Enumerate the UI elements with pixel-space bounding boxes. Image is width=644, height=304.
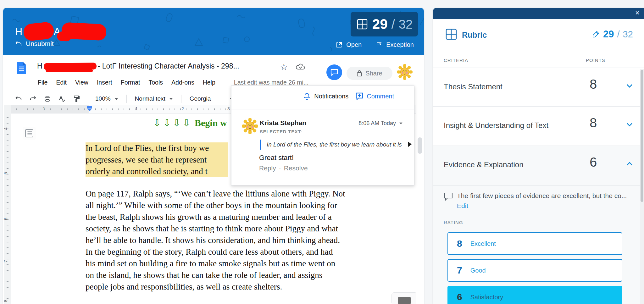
criteria-header: CRITERIA	[444, 58, 468, 63]
green-heading-text: Begin w	[195, 118, 227, 128]
rubric-row-thesis-statement[interactable]: Thesis Statement 8	[433, 68, 644, 106]
sunflower-avatar-icon	[242, 118, 258, 134]
commenter-avatar	[242, 118, 258, 134]
unsubmit-label: Unsubmit	[26, 40, 54, 47]
rating-label: Satisfactory	[470, 294, 503, 301]
paragraph-line: his mind set on building a fire to make …	[86, 258, 345, 269]
rating-option-excellent[interactable]: 8 Excellent	[447, 232, 622, 255]
criterion-label: Thesis Statement	[444, 82, 502, 91]
chevron-down-icon[interactable]	[625, 83, 634, 90]
menu-view[interactable]: View	[75, 79, 88, 86]
document-card: H A 29 / 32 Unsubmit	[3, 8, 424, 304]
rubric-row-insight-understanding[interactable]: Insight & Understanding of Text 8	[433, 106, 644, 146]
zoom-select[interactable]: 100%	[93, 95, 120, 102]
undo-icon[interactable]	[14, 95, 23, 103]
ruler-corner	[4, 105, 11, 113]
reply-button[interactable]: Reply	[259, 164, 276, 172]
docs-menu-bar: File Edit View Insert Format Tools Add-o…	[38, 79, 308, 86]
rubric-panel: × Rubric 29 / 32 CRITERIA POINTS Thesis …	[433, 8, 644, 304]
menu-edit[interactable]: Edit	[56, 79, 67, 86]
rating-points: 6	[457, 292, 462, 302]
grade-score-badge[interactable]: 29 / 32	[351, 12, 418, 36]
toolbar-separator	[126, 95, 127, 103]
document-scrollbar[interactable]	[416, 88, 424, 304]
down-arrows-icon: ⇩⇩⇩⇩	[153, 117, 192, 128]
close-icon[interactable]: ×	[635, 8, 640, 17]
menu-help[interactable]: Help	[203, 79, 215, 86]
redo-icon[interactable]	[29, 95, 37, 103]
page-tool-button[interactable]	[391, 292, 417, 304]
rubric-row-evidence-explanation[interactable]: Evidence & Explanation 6	[433, 146, 644, 185]
comment-timestamp[interactable]: 8:06 AM Today	[358, 120, 403, 127]
comment-bubble-icon	[444, 192, 453, 201]
actions-separator: ·	[279, 164, 281, 172]
resolve-button[interactable]: Resolve	[284, 164, 308, 172]
doc-title-rest: - LotF Interesting Character Analysis - …	[98, 62, 239, 70]
unsubmit-button[interactable]: Unsubmit	[15, 40, 54, 47]
document-outline-button[interactable]	[23, 127, 36, 140]
rubric-score-earned: 29	[603, 29, 614, 40]
rating-points: 7	[457, 265, 462, 276]
scrollbar-thumb[interactable]	[641, 70, 643, 202]
spellcheck-icon[interactable]	[58, 95, 66, 103]
share-button[interactable]: Share	[347, 67, 392, 80]
open-comments-button[interactable]	[326, 64, 342, 80]
cloud-saved-icon[interactable]	[296, 63, 306, 71]
doc-title[interactable]: H - LotF Interesting Character Analysis …	[37, 62, 239, 70]
lock-icon	[357, 70, 362, 77]
exception-button[interactable]: Exception	[375, 41, 414, 48]
edit-comment-link[interactable]: Edit	[457, 202, 468, 210]
font-select[interactable]: Georgia	[188, 95, 236, 102]
rating-option-satisfactory-selected[interactable]: 6 Satisfactory	[447, 286, 622, 304]
chevron-up-icon[interactable]	[625, 161, 634, 168]
print-icon[interactable]	[43, 95, 52, 103]
vertical-ruler[interactable]: 4 5 6 7 8	[4, 113, 11, 304]
rating-option-good[interactable]: 7 Good	[447, 259, 622, 282]
rubric-score[interactable]: 29 / 32	[592, 29, 633, 40]
rubric-scrollbar[interactable]	[640, 69, 644, 304]
last-edit-link[interactable]: Last edit was made 26 mi...	[234, 79, 308, 86]
scrollbar-thumb[interactable]	[418, 137, 422, 154]
add-comment-button[interactable]: Comment	[355, 92, 394, 100]
menu-addons[interactable]: Add-ons	[171, 79, 194, 86]
chevron-down-icon	[399, 123, 402, 124]
points-header: POINTS	[586, 58, 605, 63]
ruler-number: 6	[3, 218, 8, 220]
rubric-score-separator: /	[617, 29, 619, 40]
menu-format[interactable]: Format	[121, 79, 140, 86]
user-avatar[interactable]	[397, 64, 413, 80]
popup-divider	[231, 109, 414, 109]
paragraph-style-select[interactable]: Normal text	[133, 95, 175, 102]
menu-file[interactable]: File	[38, 79, 47, 86]
menu-insert[interactable]: Insert	[97, 79, 112, 86]
exception-label: Exception	[386, 41, 414, 48]
menu-tools[interactable]: Tools	[149, 79, 163, 86]
indent-marker[interactable]	[87, 106, 92, 111]
body-paragraph: On page 117, Ralph says, “‘We can’t leav…	[86, 188, 345, 293]
star-icon[interactable]: ☆	[280, 62, 288, 72]
google-docs-icon[interactable]	[16, 61, 26, 75]
score-separator: /	[391, 17, 395, 31]
paragraph-line: the beast, Ralph shows his growth as a m…	[86, 211, 345, 223]
ruler-number: 1	[135, 106, 138, 111]
next-comment-arrow[interactable]	[408, 141, 412, 147]
score-earned: 29	[372, 16, 388, 32]
flag-icon	[375, 41, 382, 48]
timestamp-label: 8:06 AM Today	[358, 120, 396, 127]
notifications-button[interactable]: Notifications	[303, 92, 348, 100]
rating-points: 8	[457, 238, 462, 249]
open-button[interactable]: Open	[336, 41, 362, 48]
comment-label: Comment	[367, 93, 394, 100]
name-fragment-left: H	[15, 26, 22, 37]
selected-text-label: SELECTED TEXT:	[260, 129, 303, 134]
paragraph-line: on the island, he shows that he can take…	[86, 269, 345, 281]
paragraph-style-value: Normal text	[135, 95, 165, 102]
header-actions: Open Exception	[336, 41, 414, 48]
comment-actions: Reply · Resolve	[259, 164, 308, 172]
paragraph-line: On page 117, Ralph says, “‘We can’t leav…	[86, 188, 345, 200]
chevron-down-icon[interactable]	[625, 122, 634, 129]
paragraph-line: he’ll be able to handle. It shows his co…	[86, 235, 345, 246]
rubric-header: Rubric 29 / 32	[433, 19, 644, 54]
ruler-number: 4	[3, 127, 8, 130]
paint-format-icon[interactable]	[72, 95, 80, 103]
